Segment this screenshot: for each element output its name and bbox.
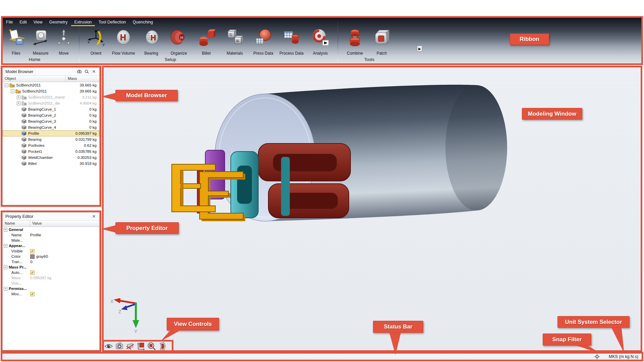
close-icon[interactable]: ✕ bbox=[91, 69, 97, 74]
column-value: Value bbox=[30, 221, 99, 227]
plane-axes-icon[interactable] bbox=[136, 342, 146, 351]
press-data-icon bbox=[254, 28, 272, 46]
tree-row-scibench2011-mand[interactable]: +SciBench2011_mand3.211 kg bbox=[3, 94, 99, 100]
ribbon-button-label: Press Data bbox=[249, 51, 278, 56]
property-name: Name bbox=[11, 233, 22, 237]
ribbon-group-separator bbox=[79, 20, 79, 61]
tree-item-name: BearingCurve_3 bbox=[28, 119, 56, 123]
camera-icon[interactable] bbox=[115, 342, 124, 351]
combine-icon bbox=[346, 28, 364, 46]
tree-row-pocket1[interactable]: Pocket10.035785 kg bbox=[3, 148, 99, 155]
process-data-icon bbox=[282, 28, 301, 46]
ribbon-button-label: Patch bbox=[367, 51, 396, 56]
assembly-folder-icon bbox=[21, 95, 27, 100]
tree-row-scibench2011-die[interactable]: +SciBench2011_die4.4504 kg bbox=[3, 100, 99, 106]
collapse-icon[interactable]: − bbox=[4, 287, 7, 291]
triad-x-label: X bbox=[110, 299, 114, 304]
ribbon-button-orient[interactable]: xyz Orient bbox=[82, 27, 110, 62]
part-cube-icon bbox=[21, 149, 27, 154]
menu-item-extrusion[interactable]: Extrusion bbox=[71, 19, 95, 26]
binoculars-icon[interactable] bbox=[76, 69, 82, 74]
menu-item-view[interactable]: View bbox=[31, 19, 46, 26]
property-value[interactable]: Profile bbox=[30, 233, 41, 237]
property-name: Permiss... bbox=[9, 287, 27, 291]
tree-row-bearingcurve-3[interactable]: BearingCurve_30 kg bbox=[3, 118, 99, 124]
porthole-block-teal[interactable] bbox=[231, 152, 258, 218]
ribbon-button-analysis[interactable]: Analysis bbox=[306, 27, 335, 62]
expand-icon[interactable]: + bbox=[17, 102, 20, 105]
collapse-icon[interactable]: − bbox=[4, 228, 7, 232]
property-name: Mass Pr... bbox=[9, 265, 26, 269]
ribbon-button-materials[interactable]: TiAl Materials bbox=[220, 27, 249, 62]
visibility-eye-icon[interactable] bbox=[104, 342, 113, 351]
ribbon-button-process-data[interactable]: Process Data bbox=[277, 27, 306, 62]
property-name: Mate... bbox=[11, 238, 23, 242]
tree-row-billet[interactable]: Billet30.918 kg bbox=[3, 161, 99, 167]
callout-property-editor: Property Editor bbox=[115, 222, 179, 234]
tree-item-name: Billet bbox=[28, 162, 37, 166]
close-icon[interactable]: ✕ bbox=[91, 214, 97, 219]
tree-row-profile[interactable]: Profile0.095397 kg bbox=[3, 130, 99, 136]
svg-text:z: z bbox=[97, 28, 99, 32]
collapse-icon[interactable]: − bbox=[11, 89, 14, 93]
collapse-icon[interactable]: − bbox=[5, 83, 8, 87]
color-swatch[interactable] bbox=[30, 254, 35, 259]
property-row-mass-pr[interactable]: −Mass Pr... bbox=[3, 264, 99, 270]
ribbon-button-billet[interactable]: Billet bbox=[192, 27, 221, 62]
property-row-permiss[interactable]: −Permiss... bbox=[3, 286, 99, 291]
view-orientation-icon[interactable] bbox=[125, 342, 135, 351]
menu-item-edit[interactable]: Edit bbox=[16, 19, 30, 26]
column-mass: Mass bbox=[66, 76, 99, 82]
die-housing[interactable] bbox=[258, 143, 351, 218]
part-cube-icon bbox=[21, 137, 27, 142]
unit-system-selector[interactable]: MKS (m kg N s) bbox=[609, 354, 638, 359]
tree-row-portholes[interactable]: Portholes0.62 kg bbox=[3, 142, 99, 148]
tree-row-bearingcurve-1[interactable]: BearingCurve_10 kg bbox=[3, 106, 99, 112]
tree-row-weldchamber[interactable]: WeldChamber0.30253 kg bbox=[3, 155, 99, 161]
porthole-rear-teal[interactable] bbox=[281, 157, 290, 216]
zoom-box-icon[interactable] bbox=[147, 342, 156, 351]
property-row-general[interactable]: −General bbox=[3, 227, 99, 232]
column-object: Object bbox=[3, 76, 66, 82]
expand-icon[interactable]: + bbox=[17, 96, 20, 99]
ribbon-button-press-data[interactable]: Press Data bbox=[249, 27, 278, 62]
ribbon-button-label: Analysis bbox=[306, 51, 335, 56]
model-browser-titlebar: Model Browser ✕ bbox=[3, 68, 99, 76]
callout-ribbon: Ribbon bbox=[510, 34, 549, 45]
tree-row-bearing[interactable]: Bearing0.031799 kg bbox=[3, 136, 99, 142]
search-icon[interactable] bbox=[84, 69, 89, 74]
tree-row-scibench2011[interactable]: −SciBench201139.665 kg bbox=[3, 88, 99, 94]
checkbox-checked[interactable]: ✓ bbox=[30, 249, 35, 253]
orient-icon: xyz bbox=[87, 28, 105, 46]
part-cube-icon bbox=[21, 155, 27, 160]
part-cube-icon bbox=[21, 125, 27, 130]
property-name: Mov... bbox=[11, 292, 21, 296]
view-controls-toolbar bbox=[104, 342, 172, 351]
tree-item-name: BearingCurve_4 bbox=[28, 125, 56, 129]
tree-row-scibench2011[interactable]: −SciBench201139.665 kg bbox=[3, 82, 99, 88]
menu-item-file[interactable]: File bbox=[3, 19, 16, 26]
menu-item-quenching[interactable]: Quenching bbox=[130, 19, 156, 26]
collapse-icon[interactable]: − bbox=[4, 265, 7, 269]
snap-filter-icon[interactable] bbox=[594, 354, 600, 360]
checkbox-checked[interactable]: ✓ bbox=[30, 270, 35, 275]
callout-modeling-window: Modeling Window bbox=[522, 108, 582, 120]
perspective-icon[interactable] bbox=[158, 342, 167, 351]
collapse-icon[interactable]: − bbox=[4, 244, 7, 248]
menu-item-geometry[interactable]: Geometry bbox=[46, 19, 71, 26]
triad-y-label: Y bbox=[134, 329, 138, 334]
tree-item-name: SciBench2011_mand bbox=[28, 95, 64, 99]
property-editor-title: Property Editor bbox=[5, 214, 33, 219]
expand-arrow-icon[interactable]: ▶ bbox=[417, 46, 422, 52]
property-value: 0.095397 kg bbox=[30, 276, 51, 280]
property-name: General bbox=[9, 228, 23, 232]
property-row-appear[interactable]: −Appear... bbox=[3, 243, 99, 248]
property-name: Visible bbox=[11, 249, 23, 253]
checkbox-checked[interactable]: ✓ bbox=[30, 292, 35, 296]
tree-item-mass: 0 kg bbox=[89, 113, 97, 117]
tree-row-bearingcurve-4[interactable]: BearingCurve_40 kg bbox=[3, 124, 99, 130]
ribbon-button-flow-volume[interactable]: H Flow Volume bbox=[109, 27, 138, 62]
menu-item-tool-deflection[interactable]: Tool Deflection bbox=[96, 19, 129, 26]
callout-unit-system-selector: Unit System Selector bbox=[557, 316, 630, 328]
tree-row-bearingcurve-2[interactable]: BearingCurve_20 kg bbox=[3, 112, 99, 118]
